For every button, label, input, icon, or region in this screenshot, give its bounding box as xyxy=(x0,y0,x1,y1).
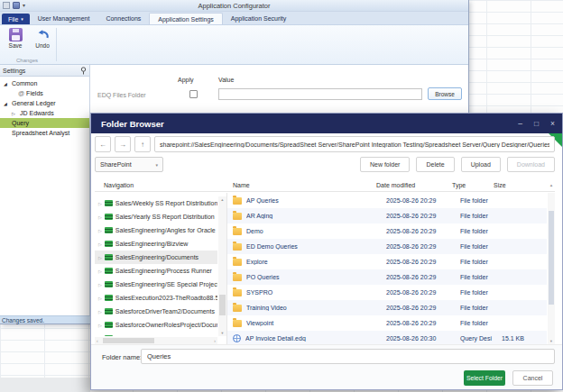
scroll-down-icon[interactable]: ▾ xyxy=(548,339,555,343)
toolbar-action-button[interactable]: Upload xyxy=(461,157,501,172)
file-row[interactable]: AR Aging 2025-08-26 20:29 File folder xyxy=(227,208,547,223)
navigation-vertical-scrollbar[interactable]: ▴ ▾ xyxy=(218,196,226,336)
ribbon-tab[interactable]: User Management xyxy=(30,13,98,24)
file-row[interactable]: AP Queries 2025-08-26 20:29 File folder xyxy=(227,193,547,208)
ribbon-tabs: User Management Connections Application … xyxy=(30,13,294,24)
cancel-button[interactable]: Cancel xyxy=(512,370,553,386)
size-column-header[interactable]: Size xyxy=(494,182,548,188)
name-column-header[interactable]: Name xyxy=(227,182,376,188)
scroll-down-icon[interactable]: ▾ xyxy=(218,331,226,335)
tree-expander-icon[interactable] xyxy=(98,214,102,220)
file-row[interactable]: Training Video 2025-08-26 20:29 File fol… xyxy=(227,300,547,315)
file-row[interactable]: ED Demo Queries 2025-08-26 20:29 File fo… xyxy=(227,239,547,254)
navigation-tree-item[interactable]: SalesforceOwnerRolesProject/Documents xyxy=(95,318,217,332)
tree-expander-icon[interactable] xyxy=(98,201,102,206)
value-input[interactable] xyxy=(218,88,422,100)
date-column-header[interactable]: Date modified xyxy=(376,182,452,188)
file-row[interactable]: PO Queries 2025-08-26 20:29 File folder xyxy=(227,269,547,285)
scrollbar-thumb[interactable] xyxy=(219,295,226,315)
settings-tree-item[interactable]: Fields xyxy=(0,88,89,98)
folder-browser-dialog: Folder Browser – □ × ← → ↑ SharePoint ▾ xyxy=(90,113,563,390)
quick-access-toolbar: ▾ xyxy=(3,2,25,9)
navigation-column-header[interactable]: Navigation xyxy=(95,182,227,188)
quick-save-icon[interactable] xyxy=(13,2,20,9)
navigation-horizontal-scrollbar[interactable]: ‹ › xyxy=(95,337,217,344)
file-row[interactable]: SYSPRO 2025-08-26 20:29 File folder xyxy=(227,285,547,300)
address-bar: ← → ↑ xyxy=(95,136,555,152)
file-row[interactable]: Viewpoint 2025-08-26 20:29 File folder xyxy=(227,315,547,331)
tree-expander-icon[interactable] xyxy=(98,336,102,337)
save-button[interactable]: Save xyxy=(3,28,28,49)
browse-button[interactable]: Browse xyxy=(428,87,462,100)
settings-tree-item[interactable]: General Ledger xyxy=(0,98,89,108)
navigation-tree-item[interactable]: Sales/Yearly SS Report Distribution xyxy=(95,210,217,223)
settings-tree-item[interactable]: Common xyxy=(0,78,89,88)
apply-column-header: Apply xyxy=(178,77,194,83)
navigation-tree-item[interactable]: SalesEngineering/SE Special Projects xyxy=(95,278,217,291)
tree-expander-icon[interactable] xyxy=(11,111,16,116)
select-folder-button[interactable]: Select Folder xyxy=(464,370,505,386)
maximize-icon[interactable]: □ xyxy=(534,119,539,128)
file-icon xyxy=(233,228,242,235)
navigation-tree-item[interactable]: SalesEngineering/Documents xyxy=(95,251,217,264)
scroll-right-icon[interactable]: › xyxy=(214,337,216,344)
pin-icon[interactable] xyxy=(80,67,87,75)
navigation-tree-item[interactable]: Sales Hub/Documents xyxy=(95,332,217,336)
ribbon-tab[interactable]: Application Security xyxy=(223,13,294,24)
navigation-tree-item[interactable]: SalesEngineering/Process Runner xyxy=(95,264,217,278)
tree-expander-icon[interactable] xyxy=(98,296,102,301)
toolbar-action-button[interactable]: Download xyxy=(507,157,555,172)
folder-name-input[interactable] xyxy=(141,349,555,364)
up-button[interactable]: ↑ xyxy=(134,136,151,152)
status-message: Changes saved. xyxy=(2,317,44,324)
scroll-left-icon[interactable]: ‹ xyxy=(97,337,98,344)
minimize-icon[interactable]: – xyxy=(518,119,522,128)
file-icon xyxy=(233,289,242,296)
tree-expander-icon[interactable] xyxy=(98,269,102,274)
file-row[interactable]: Explore 2025-08-26 20:29 File folder xyxy=(227,254,547,269)
tree-expander-icon[interactable] xyxy=(98,242,102,247)
address-input[interactable] xyxy=(154,136,555,152)
back-button[interactable]: ← xyxy=(95,136,111,152)
settings-tree-item[interactable]: JD Edwards xyxy=(0,108,89,118)
navigation-tree-item[interactable]: SalesforceDriverTeam2/Documents xyxy=(95,305,217,318)
navigation-tree-item[interactable]: SalesEngineering/Angles for Oracle xyxy=(95,223,217,237)
settings-tree-item[interactable]: Query xyxy=(0,118,89,128)
type-column-header[interactable]: Type xyxy=(452,182,494,188)
qat-dropdown-arrow-icon[interactable]: ▾ xyxy=(23,2,25,9)
tree-expander-icon[interactable] xyxy=(98,228,102,233)
file-menu-button[interactable]: File ▾ xyxy=(2,14,30,24)
tree-expander-icon[interactable] xyxy=(98,255,102,260)
undo-button[interactable]: Undo xyxy=(30,28,55,49)
scrollbar-thumb[interactable] xyxy=(549,211,554,305)
ribbon-tab-bar: File ▾ User Management Connections Appli… xyxy=(0,12,468,25)
scroll-up-icon[interactable]: ▴ xyxy=(218,197,226,202)
ribbon-tab[interactable]: Connections xyxy=(97,13,149,24)
tree-expander-icon[interactable] xyxy=(98,282,102,287)
navigation-tree-item[interactable]: SalesExecution2023-TheRoadto88.5M xyxy=(95,291,217,305)
dialog-toolbar: SharePoint ▾ New folder Delete Upload Do… xyxy=(95,157,555,172)
tree-expander-icon[interactable] xyxy=(3,81,8,87)
navigation-tree-item[interactable]: SalesEngineering/Bizview xyxy=(95,237,217,251)
scroll-up-icon[interactable]: ▴ xyxy=(548,182,555,187)
tree-expander-icon[interactable] xyxy=(98,309,102,315)
file-row[interactable]: Demo 2025-08-26 20:29 File folder xyxy=(227,223,547,239)
apply-checkbox[interactable] xyxy=(189,90,198,98)
value-column-header: Value xyxy=(218,77,234,83)
forward-button[interactable]: → xyxy=(115,136,131,152)
file-list-scrollbar[interactable]: ▾ xyxy=(548,193,555,344)
source-dropdown[interactable]: SharePoint ▾ xyxy=(95,157,163,172)
scrollbar-thumb[interactable] xyxy=(103,338,154,343)
chevron-down-icon: ▾ xyxy=(155,162,158,168)
tree-expander-icon[interactable] xyxy=(98,323,102,328)
navigation-tree-item[interactable]: Sales/Weekly SS Report Distribution xyxy=(95,196,217,210)
ribbon-tab[interactable]: Application Settings xyxy=(149,13,222,24)
toolbar-action-button[interactable]: Delete xyxy=(416,157,454,172)
toolbar-action-button[interactable]: New folder xyxy=(360,157,410,172)
settings-tree-item[interactable]: Spreadsheet Analyst xyxy=(0,128,89,138)
file-icon xyxy=(233,197,242,205)
close-icon[interactable]: × xyxy=(550,119,555,128)
file-row[interactable]: AP Invoice Detail.edq 2025-08-26 20:30 Q… xyxy=(227,331,547,344)
tree-expander-icon[interactable] xyxy=(3,101,8,106)
app-icon[interactable] xyxy=(3,2,10,9)
